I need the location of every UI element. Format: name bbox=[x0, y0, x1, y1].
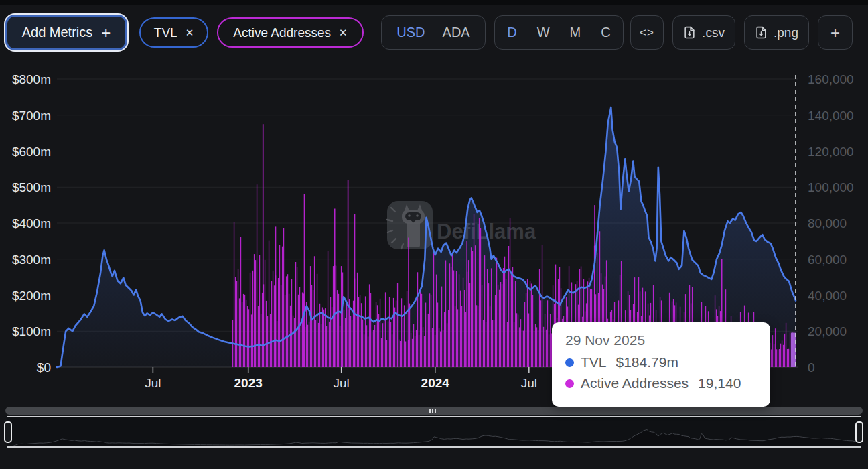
scrollbar-grip-icon[interactable] bbox=[429, 409, 436, 413]
defillama-watermark: DefiLlama bbox=[387, 201, 536, 249]
defillama-chart-app: $800m$700m$600m$500m$400m$300m$200m$100m… bbox=[0, 0, 868, 469]
svg-text:20,000: 20,000 bbox=[808, 324, 847, 338]
metric-pill-active-addresses-label: Active Addresses bbox=[233, 25, 331, 40]
interval-option-weekly[interactable]: W bbox=[537, 25, 550, 40]
svg-text:60,000: 60,000 bbox=[808, 253, 847, 267]
metric-pill-tvl[interactable]: TVL ✕ bbox=[139, 17, 208, 48]
tooltip-row-active-addresses: Active Addresses 19,140 bbox=[565, 375, 757, 391]
tooltip-active-addresses-label: Active Addresses bbox=[581, 375, 689, 391]
svg-text:160,000: 160,000 bbox=[808, 72, 854, 86]
metric-pill-tvl-label: TVL bbox=[154, 25, 177, 40]
download-file-icon bbox=[683, 26, 696, 39]
svg-text:100,000: 100,000 bbox=[808, 180, 854, 194]
top-strip bbox=[0, 0, 868, 5]
y-axis-left: $800m$700m$600m$500m$400m$300m$200m$100m… bbox=[12, 72, 51, 375]
svg-text:140,000: 140,000 bbox=[808, 109, 854, 123]
download-file-icon bbox=[755, 26, 768, 39]
svg-text:Jul: Jul bbox=[334, 376, 350, 390]
svg-text:Jul: Jul bbox=[145, 376, 161, 390]
interval-option-cumulative[interactable]: C bbox=[601, 25, 610, 40]
y-axis-right: 160,000140,000120,000100,00080,00060,000… bbox=[808, 72, 854, 375]
chart-tooltip: 29 Nov 2025 TVL $184.79m Active Addresse… bbox=[552, 322, 770, 407]
close-icon[interactable]: ✕ bbox=[186, 27, 194, 39]
export-png-label: .png bbox=[774, 25, 798, 40]
tooltip-tvl-value: $184.79m bbox=[616, 354, 678, 371]
currency-option-usd[interactable]: USD bbox=[396, 25, 425, 40]
svg-text:2023: 2023 bbox=[234, 376, 263, 390]
svg-text:0: 0 bbox=[808, 360, 815, 375]
currency-toggle: USD ADA bbox=[381, 15, 486, 50]
svg-text:$800m: $800m bbox=[12, 72, 51, 86]
svg-text:2024: 2024 bbox=[421, 376, 450, 390]
svg-text:$100m: $100m bbox=[12, 324, 51, 338]
code-icon: <> bbox=[640, 26, 654, 40]
add-chart-button[interactable]: + bbox=[818, 15, 853, 50]
svg-text:80,000: 80,000 bbox=[808, 216, 847, 230]
svg-text:$300m: $300m bbox=[12, 253, 51, 267]
interval-option-daily[interactable]: D bbox=[507, 25, 516, 40]
tooltip-tvl-label: TVL bbox=[581, 354, 607, 371]
embed-code-button[interactable]: <> bbox=[630, 15, 664, 50]
tooltip-active-addresses-value: 19,140 bbox=[698, 375, 741, 391]
tooltip-row-tvl: TVL $184.79m bbox=[565, 354, 757, 371]
svg-text:$0: $0 bbox=[37, 360, 51, 375]
add-metrics-button[interactable]: Add Metrics + bbox=[5, 15, 127, 50]
navigator-right-handle[interactable] bbox=[855, 421, 863, 443]
navigator-silhouette[interactable] bbox=[7, 417, 861, 446]
svg-text:120,000: 120,000 bbox=[808, 145, 854, 159]
metric-pill-active-addresses[interactable]: Active Addresses ✕ bbox=[217, 17, 364, 48]
currency-option-ada[interactable]: ADA bbox=[443, 25, 470, 40]
active-addresses-dot-icon bbox=[565, 379, 574, 388]
navigator-top-border bbox=[7, 416, 861, 417]
svg-text:$700m: $700m bbox=[12, 109, 51, 123]
svg-text:40,000: 40,000 bbox=[808, 289, 847, 303]
navigator-left-handle[interactable] bbox=[4, 421, 12, 443]
plus-icon: + bbox=[101, 23, 111, 42]
svg-text:Jul: Jul bbox=[521, 376, 537, 390]
chart-scrollbar[interactable] bbox=[5, 407, 863, 415]
svg-text:$200m: $200m bbox=[12, 289, 51, 303]
highlighted-bar bbox=[791, 333, 796, 367]
tvl-dot-icon bbox=[565, 358, 574, 367]
svg-text:$500m: $500m bbox=[12, 180, 51, 194]
export-csv-button[interactable]: .csv bbox=[672, 15, 735, 50]
x-axis: Jul2023Jul2024Jul bbox=[145, 367, 537, 390]
interval-option-monthly[interactable]: M bbox=[570, 25, 581, 40]
add-metrics-label: Add Metrics bbox=[22, 25, 93, 40]
export-png-button[interactable]: .png bbox=[744, 15, 809, 50]
close-icon[interactable]: ✕ bbox=[339, 27, 348, 39]
navigator-bottom-border bbox=[7, 446, 861, 448]
export-csv-label: .csv bbox=[702, 25, 725, 40]
tooltip-date: 29 Nov 2025 bbox=[565, 332, 757, 348]
interval-toggle: D W M C bbox=[494, 15, 624, 50]
svg-text:$600m: $600m bbox=[12, 145, 51, 159]
plus-icon: + bbox=[830, 23, 840, 42]
svg-text:$400m: $400m bbox=[12, 216, 51, 230]
